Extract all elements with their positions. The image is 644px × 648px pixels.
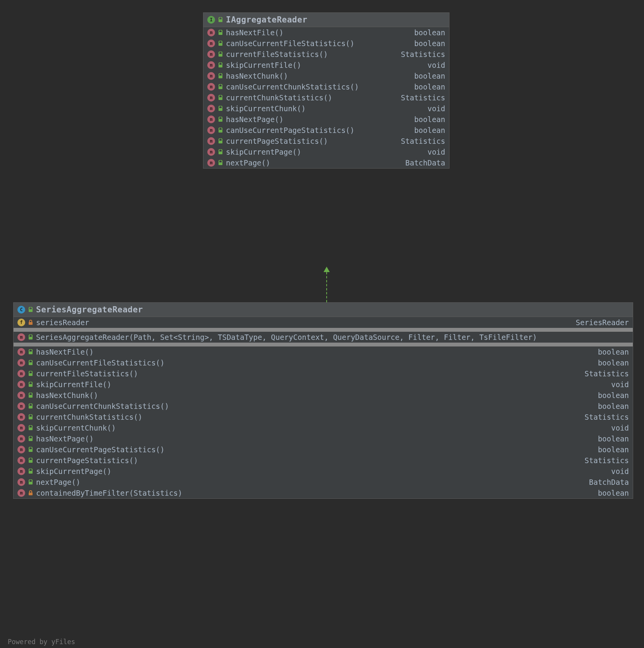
method-icon: m	[17, 424, 25, 432]
uml-class-panel: C SeriesAggregateReader fseriesReaderSer…	[13, 302, 633, 499]
svg-rect-15	[29, 322, 33, 325]
public-visibility-icon	[218, 106, 223, 111]
method-row: mcanUseCurrentPageStatistics()boolean	[203, 125, 449, 136]
method-row: mcanUseCurrentPageStatistics()boolean	[14, 444, 633, 455]
public-visibility-icon	[28, 371, 33, 376]
arrow-line	[326, 272, 327, 302]
member-return-type: Statistics	[401, 137, 445, 145]
private-visibility-icon	[28, 490, 33, 496]
svg-rect-8	[219, 108, 222, 111]
member-return-type: boolean	[598, 402, 629, 410]
method-icon: m	[207, 50, 215, 58]
method-icon: m	[17, 391, 25, 399]
public-visibility-icon	[28, 349, 33, 355]
method-row: mcanUseCurrentFileStatistics()boolean	[203, 38, 449, 49]
member-return-type: Statistics	[585, 413, 629, 421]
svg-rect-3	[219, 54, 222, 57]
method-row: mskipCurrentPage()void	[203, 146, 449, 157]
svg-rect-7	[219, 97, 222, 100]
member-return-type: boolean	[414, 39, 445, 48]
svg-rect-23	[29, 417, 33, 419]
method-row: mskipCurrentFile()void	[203, 60, 449, 71]
section-divider	[14, 343, 633, 346]
svg-rect-1	[219, 32, 222, 35]
member-name: canUseCurrentFileStatistics()	[36, 358, 165, 367]
method-icon: m	[17, 478, 25, 486]
public-visibility-icon	[28, 382, 33, 387]
field-icon: f	[17, 319, 25, 326]
method-row: mskipCurrentChunk()void	[203, 103, 449, 114]
svg-rect-5	[219, 76, 222, 78]
section-divider	[14, 328, 633, 332]
arrow-head-icon	[324, 267, 330, 272]
method-row: mcurrentPageStatistics()Statistics	[14, 455, 633, 466]
svg-rect-17	[29, 352, 33, 354]
member-name: currentPageStatistics()	[36, 456, 138, 465]
svg-rect-9	[219, 119, 222, 122]
method-icon: m	[207, 105, 215, 112]
method-row: mnextPage()BatchData	[203, 157, 449, 168]
member-name: seriesReader	[36, 318, 89, 327]
public-visibility-icon	[218, 52, 223, 57]
public-visibility-icon	[218, 62, 223, 68]
member-return-type: boolean	[598, 391, 629, 400]
member-return-type: Statistics	[585, 456, 629, 465]
member-return-type: boolean	[598, 445, 629, 454]
member-name: canUseCurrentChunkStatistics()	[36, 402, 169, 410]
method-icon: m	[207, 72, 215, 80]
svg-rect-18	[29, 362, 33, 365]
member-return-type: Statistics	[401, 50, 445, 59]
svg-rect-24	[29, 427, 33, 430]
method-row: mskipCurrentChunk()void	[14, 422, 633, 433]
members-list: mhasNextFile()booleanmcanUseCurrentFileS…	[203, 27, 449, 168]
member-name: currentPageStatistics()	[226, 137, 328, 145]
method-icon: m	[17, 435, 25, 443]
member-return-type: BatchData	[405, 159, 445, 167]
interface-icon: I	[207, 16, 215, 24]
public-visibility-icon	[218, 84, 223, 90]
method-row: mhasNextPage()boolean	[14, 433, 633, 444]
public-visibility-icon	[218, 160, 223, 165]
private-visibility-icon	[28, 320, 33, 325]
public-visibility-icon	[218, 73, 223, 79]
public-visibility-icon	[28, 360, 33, 365]
method-row: mhasNextChunk()boolean	[14, 390, 633, 401]
method-row: mcurrentChunkStatistics()Statistics	[203, 92, 449, 103]
member-return-type: BatchData	[589, 478, 629, 486]
public-visibility-icon	[28, 447, 33, 452]
member-return-type: SeriesReader	[576, 318, 629, 327]
svg-rect-20	[29, 384, 33, 387]
method-icon: m	[17, 381, 25, 388]
method-row: mcurrentFileStatistics()Statistics	[14, 368, 633, 379]
method-icon: m	[207, 137, 215, 145]
member-name: skipCurrentChunk()	[226, 104, 306, 113]
method-icon: m	[207, 83, 215, 91]
public-visibility-icon	[28, 469, 33, 474]
member-name: canUseCurrentPageStatistics()	[226, 126, 355, 134]
member-name: skipCurrentPage()	[36, 467, 111, 476]
class-icon: C	[17, 306, 25, 314]
panel-title: IAggregateReader	[226, 15, 307, 24]
member-name: skipCurrentPage()	[226, 148, 301, 156]
method-icon: m	[207, 115, 215, 123]
public-visibility-icon	[218, 128, 223, 133]
member-name: hasNextFile()	[36, 348, 94, 356]
member-return-type: Statistics	[401, 93, 445, 102]
member-name: canUseCurrentChunkStatistics()	[226, 83, 359, 91]
member-return-type: void	[427, 61, 445, 69]
svg-rect-10	[219, 130, 222, 133]
public-visibility-icon	[218, 149, 223, 155]
member-return-type: boolean	[414, 83, 445, 91]
method-icon: m	[207, 94, 215, 102]
svg-rect-21	[29, 395, 33, 398]
public-visibility-icon	[218, 41, 223, 46]
member-name: skipCurrentChunk()	[36, 424, 116, 432]
svg-rect-28	[29, 471, 33, 474]
implements-arrow	[326, 267, 327, 302]
public-visibility-icon	[218, 30, 223, 35]
method-row: mhasNextFile()boolean	[203, 27, 449, 38]
method-icon: m	[17, 348, 25, 356]
constructor-icon: m	[17, 333, 25, 341]
svg-rect-27	[29, 460, 33, 463]
method-row: mhasNextChunk()boolean	[203, 71, 449, 81]
